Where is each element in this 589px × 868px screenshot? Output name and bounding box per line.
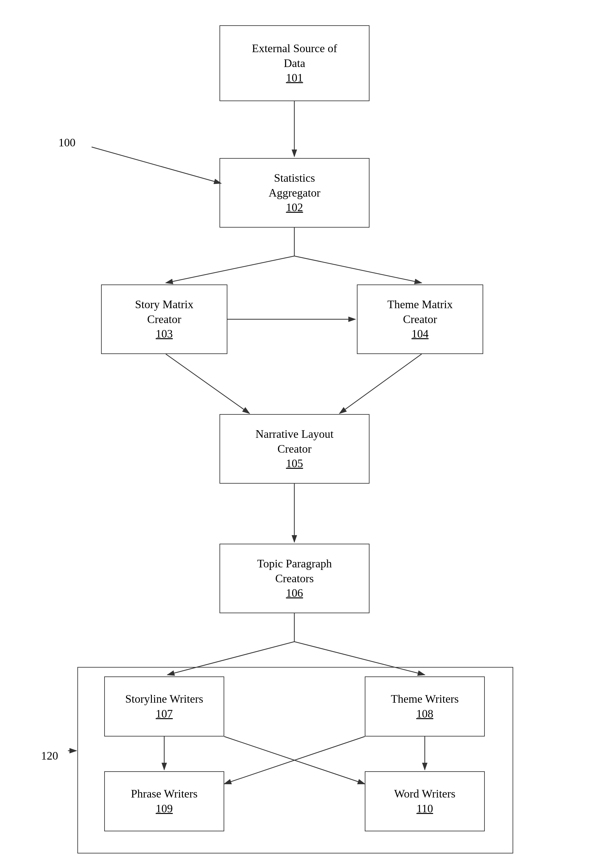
box-106: Topic ParagraphCreators 106 (219, 544, 370, 613)
box-102: StatisticsAggregator 102 (219, 158, 370, 227)
box-104-num: 104 (411, 326, 428, 341)
box-105-label: Narrative LayoutCreator (256, 427, 333, 456)
box-109: Phrase Writers 109 (104, 771, 224, 831)
box-106-label: Topic ParagraphCreators (257, 557, 331, 586)
box-109-num: 109 (156, 801, 173, 816)
box-102-label: StatisticsAggregator (269, 171, 321, 201)
box-104-label: Theme MatrixCreator (387, 297, 453, 327)
box-101-label: External Source ofData (252, 41, 337, 71)
box-108-label: Theme Writers (391, 692, 459, 707)
box-107: Storyline Writers 107 (104, 676, 224, 737)
arrow-junction-103 (166, 256, 294, 283)
box-103: Story MatrixCreator 103 (101, 285, 227, 354)
box-110-num: 110 (417, 801, 433, 816)
box-110-label: Word Writers (394, 787, 455, 801)
box-103-label: Story MatrixCreator (135, 297, 194, 327)
box-108: Theme Writers 108 (365, 676, 485, 737)
box-105: Narrative LayoutCreator 105 (219, 414, 370, 484)
arrow-100-indicator (91, 147, 221, 183)
box-104: Theme MatrixCreator 104 (357, 285, 483, 354)
box-106-num: 106 (286, 586, 303, 601)
label-100: 100 (59, 136, 75, 149)
box-102-num: 102 (286, 200, 303, 215)
box-101-num: 101 (286, 71, 303, 86)
box-110: Word Writers 110 (365, 771, 485, 831)
box-109-label: Phrase Writers (131, 787, 198, 801)
box-108-num: 108 (416, 707, 433, 721)
arrow-104-105 (340, 354, 422, 413)
box-103-num: 103 (156, 326, 173, 341)
box-101: External Source ofData 101 (219, 25, 370, 101)
arrow-junction-104 (294, 256, 422, 283)
label-120: 120 (41, 749, 58, 762)
box-107-num: 107 (156, 707, 173, 721)
diagram: 100 External Source ofData 101 Statistic… (0, 0, 589, 868)
box-105-num: 105 (286, 456, 303, 471)
arrow-103-105 (166, 354, 249, 413)
box-107-label: Storyline Writers (125, 692, 203, 707)
